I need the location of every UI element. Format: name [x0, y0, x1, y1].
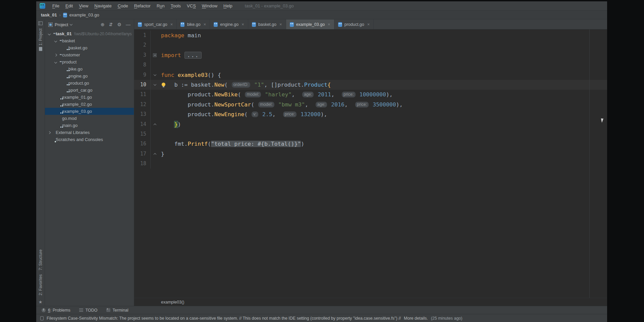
- code-line-18[interactable]: 18: [134, 159, 607, 169]
- line-number[interactable]: 10: [134, 80, 150, 90]
- line-number[interactable]: 16: [134, 139, 150, 149]
- tool-button-favorites[interactable]: 2: Favorites: [38, 274, 43, 295]
- locate-icon[interactable]: ⊕: [101, 22, 105, 27]
- menu-item-refactor[interactable]: Refactor: [131, 2, 154, 9]
- tool-button-terminal[interactable]: Terminal: [106, 308, 128, 313]
- tool-button-structure[interactable]: 7: Structure: [38, 249, 43, 270]
- chevron-down-icon[interactable]: [70, 22, 72, 25]
- tree-item-bike.go[interactable]: bike.go: [45, 65, 134, 73]
- line-number[interactable]: 9: [134, 70, 150, 80]
- tree-item-basket.go[interactable]: basket.go: [45, 44, 134, 51]
- tree-item-external-libraries[interactable]: External Libraries: [45, 129, 134, 136]
- fold-collapse-icon[interactable]: [153, 83, 156, 86]
- code-line-8[interactable]: 8: [134, 60, 607, 70]
- fold-end-icon[interactable]: [153, 123, 156, 126]
- tab-close-icon[interactable]: ×: [328, 22, 330, 27]
- chevron-down-icon[interactable]: [54, 60, 57, 63]
- tree-item-task_01[interactable]: task_01\\wsl$\Ubuntu-20.04\home\fanys: [45, 30, 134, 37]
- line-number[interactable]: 3: [134, 50, 150, 60]
- code-line-2[interactable]: 2: [134, 40, 607, 50]
- tool-button-todo[interactable]: TODO: [79, 308, 98, 313]
- folded-import-region[interactable]: ...: [184, 52, 202, 59]
- code-line-1[interactable]: 1package main: [134, 31, 607, 40]
- menu-item-edit[interactable]: Edit: [62, 2, 76, 9]
- event-log-icon[interactable]: [40, 316, 44, 320]
- code-line-3[interactable]: 3import ...: [134, 50, 607, 60]
- chevron-down-icon[interactable]: [48, 32, 51, 35]
- code-line-13[interactable]: 13 product.NewEngine( v: 2.5, price: 132…: [134, 109, 607, 119]
- tab-close-icon[interactable]: ×: [170, 22, 173, 27]
- menu-item-view[interactable]: View: [76, 2, 91, 9]
- line-number[interactable]: 12: [134, 100, 150, 109]
- tree-item-product.go[interactable]: product.go: [45, 80, 134, 87]
- tab-sport_car-go[interactable]: sport_car.go×: [134, 19, 177, 29]
- code-line-16[interactable]: 16 fmt.Printf("total price: #{b.Total()}…: [134, 139, 607, 149]
- tree-item-engine.go[interactable]: engine.go: [45, 73, 134, 80]
- code-line-17[interactable]: 17}: [134, 149, 607, 159]
- tab-close-icon[interactable]: ×: [367, 22, 370, 27]
- settings-gear-icon[interactable]: ⚙: [117, 22, 121, 27]
- line-number[interactable]: 11: [134, 90, 150, 99]
- breadcrumb-file[interactable]: example_03.go: [69, 12, 99, 17]
- favorites-star-icon[interactable]: ★: [39, 300, 43, 305]
- status-more-details-link[interactable]: More details.: [404, 316, 428, 321]
- tree-item-example_01.go[interactable]: example_01.go: [45, 94, 134, 101]
- line-number[interactable]: 2: [134, 40, 150, 50]
- menu-item-vcs[interactable]: VCS: [184, 2, 199, 9]
- tree-item-sport_car.go[interactable]: sport_car.go: [45, 87, 134, 94]
- collapse-all-icon[interactable]: ⇵: [109, 22, 113, 27]
- code-line-10[interactable]: 10 b := basket.New( orderID: "1", []prod…: [134, 80, 607, 90]
- tree-item-scratches-and-consoles[interactable]: Scratches and Consoles: [45, 136, 134, 143]
- tree-item-basket[interactable]: basket: [45, 37, 134, 44]
- chevron-down-icon[interactable]: [54, 39, 57, 42]
- line-number[interactable]: 17: [134, 149, 150, 159]
- code-line-12[interactable]: 12 product.NewSportCar( model: "bmw m3",…: [134, 100, 607, 109]
- line-number[interactable]: 8: [134, 60, 150, 70]
- tab-close-icon[interactable]: ×: [204, 22, 206, 27]
- breadcrumb-project[interactable]: task_01: [41, 12, 57, 17]
- code-editor[interactable]: 1package main23import ...89func example0…: [134, 30, 607, 298]
- intention-bulb-icon[interactable]: [162, 83, 165, 86]
- project-panel-title[interactable]: Project: [55, 22, 68, 27]
- app-icon[interactable]: [40, 3, 45, 9]
- tree-item-example_03.go[interactable]: example_03.go: [45, 108, 134, 115]
- code-line-15[interactable]: 15: [134, 129, 607, 139]
- tab-example_03-go[interactable]: example_03.go×: [286, 19, 334, 29]
- tab-close-icon[interactable]: ×: [241, 22, 244, 27]
- menu-item-tools[interactable]: Tools: [168, 2, 184, 9]
- tab-engine-go[interactable]: engine.go×: [210, 19, 248, 29]
- menu-item-file[interactable]: File: [49, 2, 62, 9]
- menu-item-help[interactable]: Help: [220, 2, 235, 9]
- tree-item-product[interactable]: product: [45, 58, 134, 65]
- tab-basket-go[interactable]: basket.go×: [248, 19, 286, 29]
- menu-item-run[interactable]: Run: [154, 2, 168, 9]
- tab-close-icon[interactable]: ×: [279, 22, 282, 27]
- function-breadcrumb[interactable]: example03(): [161, 300, 184, 305]
- menu-item-navigate[interactable]: Navigate: [91, 2, 114, 9]
- chevron-right-icon[interactable]: [54, 53, 57, 56]
- tree-item-example_02.go[interactable]: example_02.go: [45, 101, 134, 108]
- tree-item-main.go[interactable]: main.go: [45, 122, 134, 129]
- tab-product-go[interactable]: product.go×: [334, 19, 374, 29]
- code-line-14[interactable]: 14 }): [134, 120, 607, 129]
- code-line-9[interactable]: 9func example03() {: [134, 70, 607, 80]
- tree-item-go.mod[interactable]: go.mod: [45, 115, 134, 122]
- chevron-right-icon[interactable]: [48, 131, 51, 134]
- menu-item-code[interactable]: Code: [115, 2, 131, 9]
- line-number[interactable]: 15: [134, 129, 150, 139]
- line-number[interactable]: 1: [134, 31, 150, 40]
- tab-bike-go[interactable]: bike.go×: [177, 19, 210, 29]
- fold-collapse-icon[interactable]: [153, 73, 156, 76]
- tree-item-customer[interactable]: customer: [45, 51, 134, 58]
- line-number[interactable]: 14: [134, 120, 150, 129]
- hide-panel-icon[interactable]: —: [126, 22, 130, 27]
- line-number[interactable]: 18: [134, 159, 150, 169]
- code-line-11[interactable]: 11 product.NewBike( model: "harley", age…: [134, 90, 607, 99]
- tool-button-project[interactable]: 1: Project: [38, 29, 43, 51]
- tool-windows-icon[interactable]: [38, 21, 43, 25]
- line-number[interactable]: 13: [134, 109, 150, 119]
- fold-expand-icon[interactable]: [153, 53, 157, 57]
- menu-item-window[interactable]: Window: [199, 2, 220, 9]
- fold-end-icon[interactable]: [153, 153, 156, 156]
- tool-button-6-problems[interactable]: 6: Problems: [42, 308, 70, 313]
